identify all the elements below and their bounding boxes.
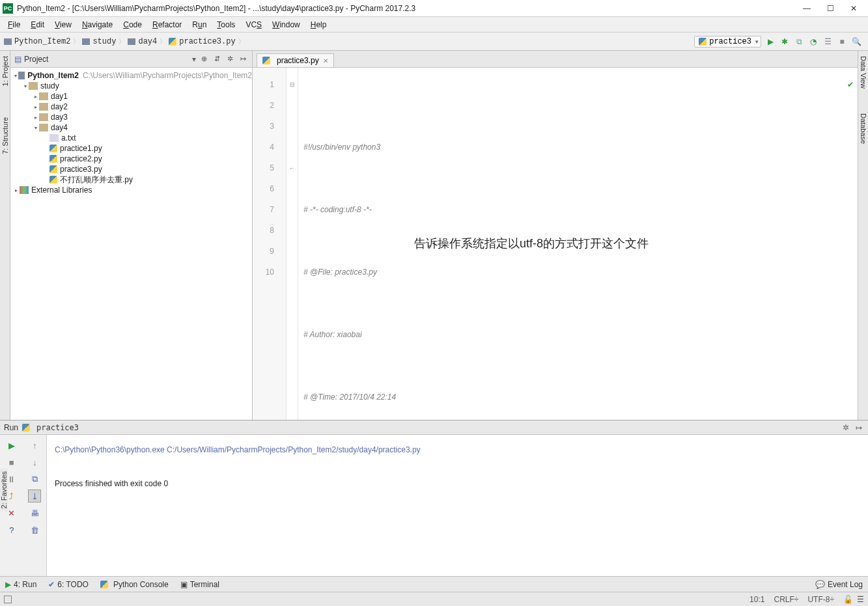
tree-item[interactable]: ▾study [10,81,252,91]
readonly-indicator[interactable]: 🔓 [843,595,853,604]
close-button[interactable]: ✕ [842,1,865,16]
tree-item[interactable]: 不打乱顺序并去重.py [10,174,252,185]
toolbar-right: practice3 ▶ ✱ ⧉ ◔ ☰ ■ 🔍 [694,36,865,48]
tree-item[interactable]: ▾day4 [10,122,252,133]
tree-item[interactable]: practice1.py [10,143,252,154]
menu-refactor[interactable]: Refactor [147,19,187,31]
menu-file[interactable]: File [3,19,25,31]
editor-body[interactable]: 12345678910 ⊟ ⌐ ✔ #!/usr/bin/env python3… [253,68,858,420]
status-indicator[interactable] [4,596,12,603]
chevron-right-icon: 〉 [160,37,166,46]
tool-tab-terminal[interactable]: ▣Terminal [180,580,219,589]
python-file-icon [169,38,176,46]
line-separator[interactable]: CRLF÷ [774,595,798,604]
caret-position[interactable]: 10:1 [749,595,764,604]
main-area: 1: Project 7: Structure ▤ Project ▾ ⊕ ⇵ … [0,51,868,420]
gear-icon[interactable]: ✲ [225,54,235,64]
print-icon[interactable]: 🖶 [28,506,41,519]
menu-help[interactable]: Help [305,19,332,31]
tree-path: C:\Users\William\PycharmProjects\Python_… [83,71,252,80]
folder-icon [82,38,90,45]
menu-navigate[interactable]: Navigate [77,19,118,31]
tool-tab-database[interactable]: Database [860,111,867,146]
memory-indicator[interactable]: ☰ [857,595,864,604]
up-icon[interactable]: ↑ [28,439,41,452]
scroll-from-source-icon[interactable]: ⊕ [199,54,209,64]
stop-button[interactable]: ■ [5,456,18,469]
tree-label: study [40,81,59,90]
stop-button[interactable]: ■ [837,36,847,47]
project-panel-title[interactable]: Project [24,55,192,64]
tree-item[interactable]: practice3.py [10,164,252,174]
clear-all-icon[interactable]: 🗑 [28,523,41,536]
tree-external-libraries[interactable]: ▸ External Libraries [10,185,252,195]
profile-button[interactable]: ◔ [808,36,819,47]
code-area[interactable]: ✔ #!/usr/bin/env python3 # -*- coding:ut… [298,68,858,420]
tool-tab-run[interactable]: ▶4: Run [5,580,36,589]
gear-icon[interactable]: ✲ [841,422,851,433]
menu-run[interactable]: Run [187,19,212,31]
menu-code[interactable]: Code [118,19,147,31]
close-tab-icon[interactable]: ✕ [323,57,328,64]
tree-item[interactable]: practice2.py [10,154,252,164]
tree-item[interactable]: ▸day1 [10,91,252,102]
soft-wrap-icon[interactable]: ⧉ [28,473,41,486]
window-title: Python_Item2 - [C:\Users\William\Pycharm… [17,4,795,13]
project-panel-header: ▤ Project ▾ ⊕ ⇵ ✲ ↦ [10,51,252,68]
statusbar: 10:1 CRLF÷ UTF-8÷ 🔓 ☰ [0,592,868,606]
tool-tab-favorites[interactable]: 2: Favorites [0,469,8,511]
line-number: 5 [253,158,274,178]
menu-view[interactable]: View [49,19,77,31]
tree-item[interactable]: ▸day2 [10,102,252,112]
tool-tab-todo[interactable]: ✔6: TODO [48,580,89,589]
menu-vcs[interactable]: VCS [240,19,267,31]
search-everywhere-button[interactable]: 🔍 [851,36,861,47]
project-tree[interactable]: ▾ Python_Item2 C:\Users\William\PycharmP… [10,68,252,198]
breadcrumb-item[interactable]: practice3.py [167,37,236,46]
menu-window[interactable]: Window [267,19,305,31]
run-config-selector[interactable]: practice3 [694,36,761,48]
run-button[interactable]: ▶ [765,36,776,47]
menu-tools[interactable]: Tools [212,19,240,31]
tool-tab-project[interactable]: 1: Project [1,53,9,89]
help-icon[interactable]: ? [5,523,18,536]
code-text: #!/usr/bin/env python3 [303,143,380,152]
hide-icon[interactable]: ↦ [854,422,864,433]
chevron-down-icon[interactable]: ▾ [192,55,196,64]
breadcrumb-item[interactable]: Python_Item2 [3,37,72,46]
debug-button[interactable]: ✱ [779,36,790,47]
menu-edit[interactable]: Edit [25,19,49,31]
file-encoding[interactable]: UTF-8÷ [807,595,834,604]
annotation-text: 告诉操作系统指定以utf-8的方式打开这个文件 [414,233,649,254]
tree-item[interactable]: ▸day3 [10,112,252,122]
scroll-to-end-icon[interactable]: ⤓ [28,489,41,503]
maximize-button[interactable]: ☐ [819,1,842,16]
text-file-icon [49,134,59,142]
tree-item[interactable]: a.txt [10,133,252,143]
breadcrumb-item[interactable]: study [81,37,117,46]
tree-label: 不打乱顺序并去重.py [60,174,133,186]
project-panel: ▤ Project ▾ ⊕ ⇵ ✲ ↦ ▾ Python_Item2 C:\Us… [10,51,253,420]
tool-tab-python-console[interactable]: Python Console [100,580,169,589]
run-config-label: practice3 [709,37,751,46]
line-number: 4 [253,137,274,158]
breadcrumb-item[interactable]: day4 [126,37,158,46]
minimize-button[interactable]: — [795,1,819,16]
rerun-button[interactable]: ▶ [5,439,18,452]
tool-tab-structure[interactable]: 7: Structure [1,115,9,157]
concurrency-button[interactable]: ☰ [822,36,833,47]
fold-marker[interactable]: ⊟ [287,74,298,95]
collapse-all-icon[interactable]: ⇵ [212,54,222,64]
python-file-icon [49,176,57,184]
code-text: # @Time: 2017/10/4 22:14 [303,393,396,402]
tool-tab-data-view[interactable]: Data View [860,53,867,91]
navigation-bar: Python_Item2 〉 study 〉 day4 〉 practice3.… [0,33,868,51]
run-output[interactable]: C:\Python\Python36\python.exe C:/Users/W… [47,435,868,576]
editor-tab[interactable]: practice3.py ✕ [257,53,334,67]
down-icon[interactable]: ↓ [28,456,41,469]
hide-icon[interactable]: ↦ [238,54,248,64]
event-log-button[interactable]: 💬Event Log [815,580,863,589]
line-number: 10 [253,262,274,282]
tree-root[interactable]: ▾ Python_Item2 C:\Users\William\PycharmP… [10,70,252,81]
coverage-button[interactable]: ⧉ [794,36,804,47]
